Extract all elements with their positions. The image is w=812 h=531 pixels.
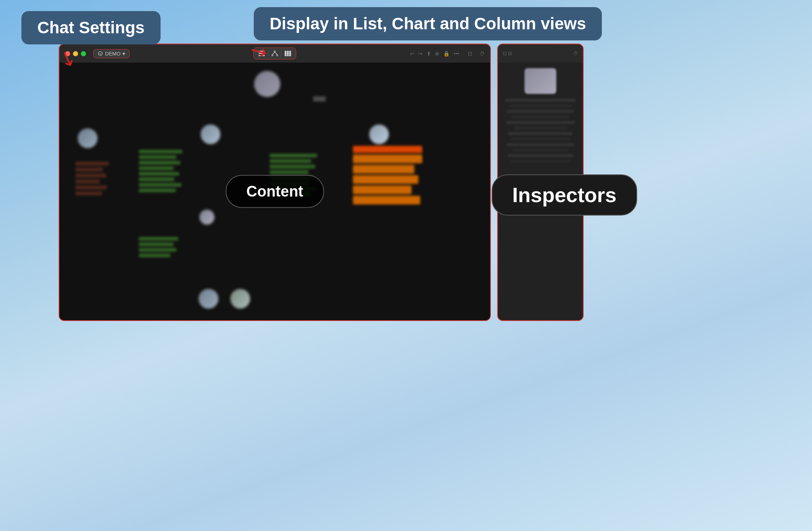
green-bar-l4 (139, 166, 174, 170)
avatar-node-right (369, 124, 389, 145)
panel-line-9 (507, 143, 574, 146)
lock-button[interactable]: 🔒 (443, 51, 450, 57)
svg-rect-11 (289, 51, 291, 56)
inspectors-label: Inspectors (492, 174, 637, 216)
title-bar: DEMO ▾ (59, 44, 490, 63)
panel-header-right: ⏱ (573, 51, 578, 56)
panel-line-8 (510, 138, 571, 141)
orange-section (353, 146, 422, 155)
panel-line-12 (511, 160, 570, 163)
avatar-left (77, 128, 98, 149)
green-bars-left (139, 150, 182, 192)
svg-point-0 (98, 52, 102, 55)
green-bar-lo4 (139, 254, 170, 257)
brown-bar-1 (75, 162, 109, 166)
green-bar-l2 (139, 155, 176, 159)
svg-rect-9 (285, 51, 287, 56)
demo-dropdown-button[interactable]: DEMO ▾ (93, 49, 130, 58)
green-bar-c1 (270, 154, 317, 157)
chart-view-button[interactable] (271, 50, 279, 57)
avatar-top (254, 71, 281, 97)
green-bar-c4 (270, 170, 308, 174)
avatar-right (369, 124, 389, 145)
column-view-button[interactable] (284, 50, 292, 57)
inspectors-text: Inspectors (512, 183, 617, 206)
brown-bars-left (75, 162, 109, 195)
avatar-node-center-left (200, 124, 221, 145)
content-label: Content (226, 175, 324, 208)
avatar-center-left (200, 124, 221, 145)
orange-bar-2 (353, 165, 414, 174)
display-views-label: Display in List, Chart and Column views (270, 14, 586, 33)
avatar-node-sub-left (199, 209, 215, 225)
svg-point-6 (276, 55, 278, 56)
chat-settings-tooltip: Chat Settings (21, 11, 161, 44)
green-bar-c2 (270, 159, 311, 163)
green-bar-l8 (139, 189, 176, 192)
green-bar-l1 (139, 150, 182, 153)
brown-bar-6 (75, 191, 102, 195)
avatar-sub-left (199, 209, 215, 225)
green-bar-lo2 (139, 243, 174, 246)
svg-rect-10 (287, 51, 289, 56)
demo-chevron: ▾ (123, 51, 125, 57)
svg-point-4 (274, 51, 276, 52)
green-bar-l7 (139, 183, 182, 187)
right-toolbar: ↩ ↪ ⬆ ⊕ 🔒 ••• ⊡ ⏱ (410, 51, 485, 57)
panel-line-3 (507, 110, 574, 113)
green-bar-lo1 (139, 237, 178, 241)
toolbar-sep-2 (281, 51, 282, 56)
demo-label: DEMO (105, 51, 121, 57)
svg-point-5 (272, 55, 273, 56)
brown-bar-4 (75, 180, 100, 183)
avatar-bottom-right (230, 288, 251, 309)
panel-line-2 (509, 104, 572, 107)
org-chart-area: ████ (59, 63, 490, 320)
green-bars-lower (139, 237, 178, 257)
undo-button[interactable]: ↩ (410, 51, 414, 57)
brown-bar-5 (75, 185, 107, 189)
orange-bar-5 (353, 196, 420, 204)
orange-bar-3 (353, 175, 418, 184)
panel-content (498, 63, 583, 166)
orange-bar-4 (353, 185, 412, 194)
panel-line-11 (508, 154, 573, 157)
avatar-node-bottom-right (230, 288, 251, 309)
avatar-bottom-left (198, 288, 219, 309)
panel-line-10 (512, 149, 569, 152)
orange-header (353, 146, 422, 153)
green-bar-l6 (139, 178, 174, 181)
panel-line-4 (511, 115, 570, 118)
inspectors-panel-header: ⊡ ⊟ ⏱ (498, 44, 583, 63)
panel-line-5 (506, 121, 575, 124)
avatar-node-bottom-left (198, 288, 219, 309)
brown-bar-3 (75, 174, 106, 178)
avatar-node-top (254, 71, 281, 97)
panel-header-icons: ⊡ ⊟ (503, 51, 512, 56)
share-button[interactable]: ⬆ (427, 51, 431, 57)
panel-line-7 (508, 132, 573, 135)
panel-line-6 (513, 126, 568, 130)
brown-bar-2 (75, 168, 103, 172)
clock-button[interactable]: ⏱ (479, 51, 485, 57)
green-bar-l3 (139, 161, 180, 164)
content-text: Content (246, 183, 303, 200)
redo-button[interactable]: ↪ (418, 51, 423, 57)
avatar-node-left (77, 128, 98, 149)
panel-line-1 (505, 99, 576, 102)
display-views-tooltip: Display in List, Chart and Column views (254, 7, 602, 40)
chat-settings-label: Chat Settings (37, 18, 145, 37)
maximize-button[interactable] (81, 51, 86, 56)
panel-avatar (525, 68, 556, 94)
green-bar-lo3 (139, 248, 176, 252)
app-window: DEMO ▾ (59, 44, 491, 321)
orange-bars (353, 155, 422, 204)
svg-line-8 (275, 52, 277, 55)
more-button[interactable]: ••• (454, 51, 459, 57)
green-bar-l5 (139, 172, 179, 176)
settings-button[interactable]: ⊕ (435, 51, 439, 57)
orange-bar-1 (353, 155, 422, 163)
green-bar-c3 (270, 165, 315, 168)
svg-line-7 (272, 52, 275, 55)
sidebar-toggle[interactable]: ⊡ (468, 51, 472, 57)
